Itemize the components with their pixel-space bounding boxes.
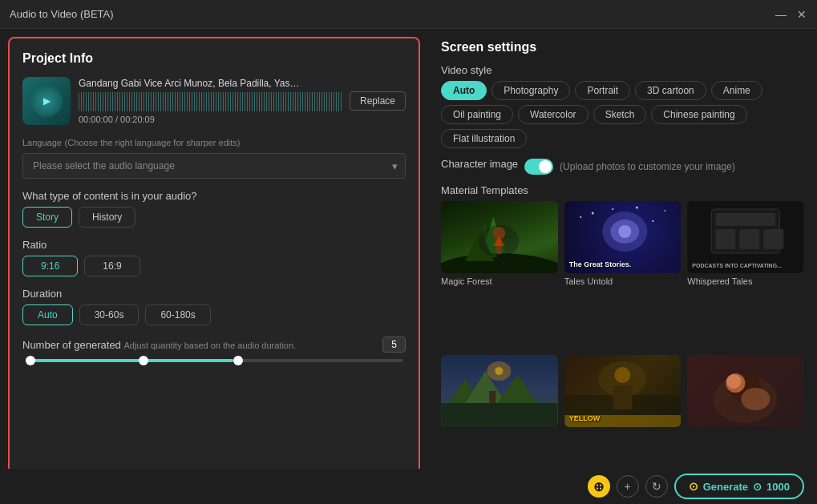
slider-fill xyxy=(26,359,233,362)
content-type-section: What type of content is in your audio? S… xyxy=(22,190,406,228)
video-style-section: Video style Auto Photography Portrait 3D… xyxy=(441,64,804,148)
style-portrait[interactable]: Portrait xyxy=(575,81,630,100)
video-style-row1: Auto Photography Portrait 3D cartoon Ani… xyxy=(441,81,804,100)
audio-info: Gandang Gabi Vice Arci Munoz, Bela Padil… xyxy=(79,78,342,124)
slider-thumb-start[interactable] xyxy=(26,356,35,365)
duration-60-180[interactable]: 60-180s xyxy=(145,304,210,325)
generate-count: 1000 xyxy=(766,481,790,493)
svg-rect-19 xyxy=(716,229,736,249)
template-label-magic-forest: Magic Forest xyxy=(441,276,558,286)
template-overlay-5: YELLOW xyxy=(569,414,677,422)
material-templates-label: Material Templates xyxy=(441,184,804,196)
character-image-section: Character image (Upload photos to custom… xyxy=(441,158,804,175)
duration-30-60[interactable]: 30-60s xyxy=(79,304,140,325)
ratio-section: Ratio 9:16 16:9 xyxy=(22,239,406,276)
duration-label: Duration xyxy=(22,288,406,300)
generate-coin-icon: ⊙ xyxy=(689,480,698,493)
svg-rect-27 xyxy=(489,391,495,403)
video-style-row3: Flat illustration xyxy=(441,129,804,148)
template-whispered-tales[interactable]: PODCASTS INTO CAPTIVATING... Whispered T… xyxy=(687,201,804,349)
audio-name: Gandang Gabi Vice Arci Munoz, Bela Padil… xyxy=(79,78,303,89)
ratio-9-16[interactable]: 9:16 xyxy=(22,256,78,276)
plus-circle-icon: ⊕ xyxy=(593,479,604,494)
minimize-button[interactable]: — xyxy=(775,9,787,20)
template-thumb-magic-forest xyxy=(441,201,558,273)
language-section: Language (Choose the right language for … xyxy=(22,136,406,179)
template-thumb-5: YELLOW xyxy=(564,355,682,427)
style-chinese-painting[interactable]: Chinese painting xyxy=(651,105,746,124)
svg-rect-20 xyxy=(740,229,760,249)
material-templates-section: Material Templates xyxy=(441,184,804,493)
app-title: Audio to Video (BETA) xyxy=(10,8,114,20)
generate-coin-count: ⊙ xyxy=(753,481,762,493)
main-layout: Project Info ▶ Gandang Gabi Vice Arci Mu… xyxy=(0,29,817,504)
svg-point-14 xyxy=(664,210,665,212)
svg-rect-33 xyxy=(613,385,632,409)
generated-slider[interactable] xyxy=(26,359,402,362)
template-label-whispered-tales: Whispered Tales xyxy=(687,276,804,286)
generate-label: Generate xyxy=(703,481,748,493)
audio-track: ▶ Gandang Gabi Vice Arci Munoz, Bela Pad… xyxy=(22,77,406,125)
generated-label: Number of generated Adjust quantity base… xyxy=(22,339,296,351)
replace-button[interactable]: Replace xyxy=(350,91,406,111)
window-controls: — ✕ xyxy=(775,9,807,20)
style-anime[interactable]: Anime xyxy=(711,81,762,100)
style-auto[interactable]: Auto xyxy=(441,81,487,100)
character-image-toggle[interactable] xyxy=(524,159,553,175)
refresh-button[interactable]: ↻ xyxy=(645,475,668,498)
template-thumb-6 xyxy=(687,355,804,427)
titlebar: Audio to Video (BETA) — ✕ xyxy=(0,0,817,29)
toggle-knob xyxy=(539,160,552,173)
right-panel: Screen settings Video style Auto Photogr… xyxy=(428,29,817,504)
template-overlay-whispered: PODCASTS INTO CAPTIVATING... xyxy=(692,263,799,268)
templates-grid: Magic Forest xyxy=(441,201,804,493)
magic-forest-svg xyxy=(441,201,558,273)
ratio-buttons: 9:16 16:9 xyxy=(22,256,406,276)
audio-waveform xyxy=(79,92,342,111)
style-flat-illustration[interactable]: Flat illustration xyxy=(441,129,527,148)
close-button[interactable]: ✕ xyxy=(796,9,807,20)
add-coin-button[interactable]: ⊕ xyxy=(588,475,610,498)
project-info-title: Project Info xyxy=(22,51,406,66)
svg-point-29 xyxy=(495,367,503,375)
svg-point-32 xyxy=(614,367,630,383)
audio-current-time: 00:00:00 xyxy=(79,115,113,124)
style-oil-painting[interactable]: Oil painting xyxy=(441,105,513,124)
language-label: Language (Choose the right language for … xyxy=(22,136,406,148)
slider-thumb-mid[interactable] xyxy=(139,356,148,365)
template-thumb-4 xyxy=(441,355,558,427)
template-overlay-tales: The Great Stories. xyxy=(569,260,677,268)
ratio-16-9[interactable]: 16:9 xyxy=(84,256,140,276)
content-type-story[interactable]: Story xyxy=(22,207,72,228)
template-tales-untold[interactable]: The Great Stories. Tales Untold xyxy=(564,201,682,349)
content-type-history[interactable]: History xyxy=(79,207,135,228)
audio-total-time: 00:20:09 xyxy=(120,115,155,124)
template-magic-forest[interactable]: Magic Forest xyxy=(441,201,558,349)
video-style-label: Video style xyxy=(441,64,804,76)
language-select[interactable]: Please select the audio language xyxy=(22,153,406,179)
style-watercolor[interactable]: Watercolor xyxy=(518,105,588,124)
generate-button[interactable]: ⊙ Generate ⊙ 1000 xyxy=(674,474,804,499)
template6-svg xyxy=(687,355,804,427)
content-type-label: What type of content is in your audio? xyxy=(22,190,406,202)
svg-point-10 xyxy=(618,225,631,238)
duration-auto[interactable]: Auto xyxy=(22,304,73,325)
template4-svg xyxy=(441,355,558,427)
duration-buttons: Auto 30-60s 60-180s xyxy=(22,304,406,325)
template-thumb-whispered-tales: PODCASTS INTO CAPTIVATING... xyxy=(687,201,804,273)
refresh-icon: ↻ xyxy=(652,480,661,493)
add-button[interactable]: + xyxy=(617,475,639,498)
svg-point-16 xyxy=(635,207,637,209)
audio-thumbnail: ▶ xyxy=(22,77,71,125)
svg-point-12 xyxy=(591,212,593,215)
style-3d-cartoon[interactable]: 3D cartoon xyxy=(635,81,706,100)
svg-rect-23 xyxy=(441,403,557,427)
character-image-label: Character image xyxy=(441,158,518,170)
svg-point-15 xyxy=(612,208,613,210)
style-sketch[interactable]: Sketch xyxy=(593,105,647,124)
generated-label-row: Number of generated Adjust quantity base… xyxy=(22,337,406,353)
template-label-tales-untold: Tales Untold xyxy=(564,276,682,286)
video-style-row2: Oil painting Watercolor Sketch Chinese p… xyxy=(441,105,804,124)
style-photography[interactable]: Photography xyxy=(491,81,570,100)
slider-thumb-current[interactable] xyxy=(233,356,243,365)
